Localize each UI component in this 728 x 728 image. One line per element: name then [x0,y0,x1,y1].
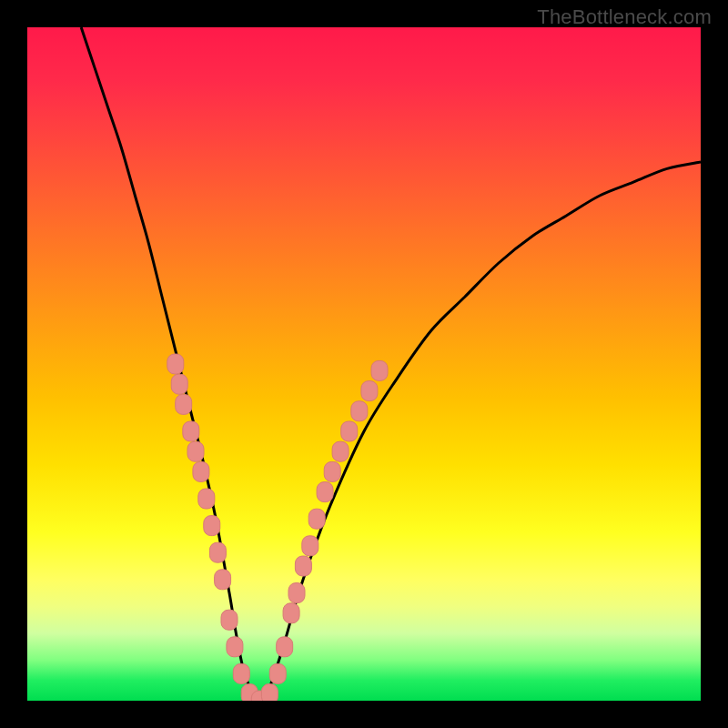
data-marker [269,663,286,683]
watermark-text: TheBottleneck.com [537,5,712,29]
data-marker [302,536,318,556]
data-marker [183,421,199,441]
data-marker [288,583,305,603]
data-marker [227,637,243,657]
data-marker [361,381,378,401]
data-marker [193,461,209,481]
data-marker [324,461,340,481]
data-marker [167,354,184,374]
data-marker [171,374,187,394]
data-marker [233,663,249,683]
data-marker [215,570,231,590]
data-marker [351,401,368,421]
data-marker [308,509,325,529]
data-marker [187,441,204,461]
chart-frame [27,27,701,701]
data-markers [167,354,388,701]
data-marker [277,637,293,657]
data-marker [261,684,278,701]
data-marker [198,489,215,509]
data-marker [371,360,388,380]
data-marker [341,421,358,441]
data-marker [332,441,349,461]
data-marker [176,394,192,414]
data-marker [204,516,220,536]
data-marker [209,542,226,562]
data-marker [317,482,333,502]
data-marker [295,556,311,576]
chart-svg [27,27,701,701]
data-marker [283,603,299,623]
data-marker [221,610,238,630]
